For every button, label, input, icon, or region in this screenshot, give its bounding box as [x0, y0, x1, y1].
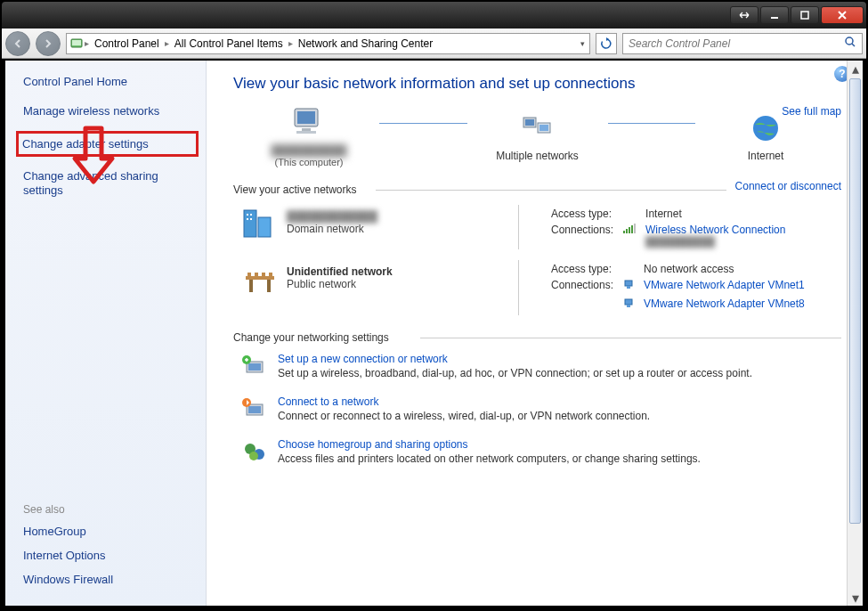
- access-type-value-1: No network access: [640, 262, 808, 276]
- settings-item-setup: Set up a new connection or network Set u…: [233, 353, 841, 379]
- svg-rect-3: [72, 40, 81, 45]
- svg-rect-0: [771, 17, 778, 19]
- domain-network-icon: [233, 205, 287, 244]
- svg-rect-34: [625, 299, 632, 305]
- svg-rect-16: [247, 214, 248, 216]
- breadcrumb-item-0[interactable]: Control Panel: [89, 34, 165, 53]
- computer-icon: [242, 105, 376, 141]
- diagram-connector: [608, 123, 696, 124]
- sidebar-item-manage-wireless[interactable]: Manage wireless networks: [23, 104, 197, 118]
- svg-rect-20: [623, 231, 625, 233]
- connections-label: Connections:: [548, 278, 617, 295]
- network-row-1: Unidentified network Public network Acce…: [233, 260, 841, 315]
- breadcrumb-bar[interactable]: ▸ Control Panel ▸ All Control Panel Item…: [66, 33, 590, 54]
- settings-link-homegroup[interactable]: Choose homegroup and sharing options: [278, 438, 701, 451]
- connect-disconnect-link[interactable]: Connect or disconnect: [726, 180, 841, 192]
- addressbar: ▸ Control Panel ▸ All Control Panel Item…: [2, 29, 866, 59]
- svg-point-4: [846, 37, 853, 45]
- connection-link-vmnet8[interactable]: VMware Network Adapter VMnet8: [644, 297, 805, 310]
- svg-rect-35: [627, 305, 630, 307]
- signal-bars-icon: [622, 224, 637, 237]
- search-box[interactable]: [622, 33, 863, 54]
- window: ▸ Control Panel ▸ All Control Panel Item…: [0, 0, 868, 611]
- see-also-internet-options[interactable]: Internet Options: [23, 549, 197, 562]
- access-type-label: Access type:: [548, 207, 617, 221]
- svg-rect-7: [302, 128, 311, 131]
- search-icon: [844, 36, 856, 51]
- minimize-button[interactable]: [760, 6, 789, 24]
- connection-link-wireless[interactable]: Wireless Network Connection: [645, 224, 785, 236]
- titlebar-extra-button[interactable]: [730, 6, 758, 24]
- scroll-up-button[interactable]: ▴: [848, 61, 863, 77]
- network-type-0: Domain network: [287, 223, 377, 235]
- connection-link-vmnet1[interactable]: VMware Network Adapter VMnet1: [644, 279, 805, 291]
- diagram-connector: [379, 123, 467, 124]
- settings-desc-homegroup: Access files and printers located on oth…: [278, 452, 701, 465]
- svg-rect-19: [250, 218, 252, 220]
- svg-rect-32: [625, 281, 632, 286]
- svg-point-44: [249, 452, 258, 460]
- nav-forward-button[interactable]: [36, 31, 61, 56]
- svg-rect-40: [248, 406, 261, 413]
- diagram-this-computer: ██████████ (This computer): [242, 105, 376, 167]
- access-type-value-0: Internet: [642, 207, 789, 221]
- networks-icon: [471, 110, 604, 146]
- settings-desc-setup: Set up a wireless, broadband, dial-up, a…: [278, 367, 752, 379]
- search-input[interactable]: [629, 37, 844, 50]
- scrollbar[interactable]: ▴ ▾: [847, 61, 863, 606]
- see-full-map-link[interactable]: See full map: [782, 105, 841, 118]
- see-also-windows-firewall[interactable]: Windows Firewall: [23, 573, 197, 586]
- svg-rect-6: [297, 111, 315, 124]
- nav-back-button[interactable]: [5, 31, 30, 56]
- titlebar: [2, 2, 866, 29]
- svg-rect-25: [246, 276, 274, 280]
- network-name-1: Unidentified network: [287, 265, 393, 278]
- setup-connection-icon: [233, 353, 278, 379]
- settings-link-connect[interactable]: Connect to a network: [278, 395, 650, 408]
- page-title: View your basic network information and …: [233, 75, 841, 93]
- refresh-button[interactable]: [596, 33, 617, 54]
- content: ? View your basic network information an…: [207, 61, 863, 606]
- svg-rect-8: [296, 131, 316, 134]
- change-settings-heading: Change your networking settings: [233, 331, 841, 344]
- body: Control Panel Home Manage wireless netwo…: [5, 61, 863, 606]
- svg-rect-12: [539, 125, 548, 131]
- svg-rect-10: [525, 119, 534, 126]
- sidebar-home[interactable]: Control Panel Home: [23, 75, 197, 88]
- settings-desc-connect: Connect or reconnect to a wireless, wire…: [278, 410, 650, 422]
- svg-rect-37: [248, 363, 261, 371]
- diagram-internet-label: Internet: [699, 150, 832, 162]
- settings-item-homegroup: Choose homegroup and sharing options Acc…: [233, 438, 841, 465]
- svg-rect-24: [634, 224, 636, 233]
- see-also-homegroup[interactable]: HomeGroup: [23, 525, 197, 538]
- diagram-computer-caption: (This computer): [242, 157, 376, 167]
- control-panel-icon: [69, 36, 85, 52]
- access-type-label: Access type:: [548, 262, 617, 276]
- diagram-internet: Internet: [699, 110, 832, 162]
- svg-rect-27: [255, 273, 258, 276]
- scroll-down-button[interactable]: ▾: [848, 590, 863, 606]
- svg-rect-28: [262, 273, 265, 276]
- breadcrumb-item-2[interactable]: Network and Sharing Center: [293, 34, 438, 53]
- settings-link-setup[interactable]: Set up a new connection or network: [278, 353, 752, 365]
- public-network-icon: [233, 260, 287, 299]
- svg-rect-22: [629, 227, 630, 233]
- maximize-button[interactable]: [791, 6, 819, 24]
- chevron-down-icon[interactable]: ▾: [578, 39, 588, 48]
- svg-rect-18: [247, 218, 248, 220]
- svg-point-13: [753, 116, 778, 141]
- see-also-title: See also: [23, 503, 197, 516]
- active-networks-heading: View your active networks Connect or dis…: [233, 183, 841, 196]
- svg-rect-1: [801, 12, 808, 19]
- breadcrumb-item-1[interactable]: All Control Panel Items: [169, 34, 288, 53]
- scroll-thumb[interactable]: [849, 78, 861, 524]
- diagram-multiple-networks: Multiple networks: [471, 110, 604, 162]
- connect-network-icon: [233, 395, 278, 422]
- svg-rect-17: [250, 214, 252, 216]
- connection-ssid-blurred: ██████████: [645, 236, 785, 247]
- annotation-arrow-icon: [71, 125, 116, 187]
- svg-rect-29: [269, 273, 272, 276]
- network-row-0: ████████████ Domain network Access type:…: [233, 205, 841, 249]
- diagram-computer-name: ██████████: [242, 144, 376, 157]
- close-button[interactable]: [821, 6, 864, 24]
